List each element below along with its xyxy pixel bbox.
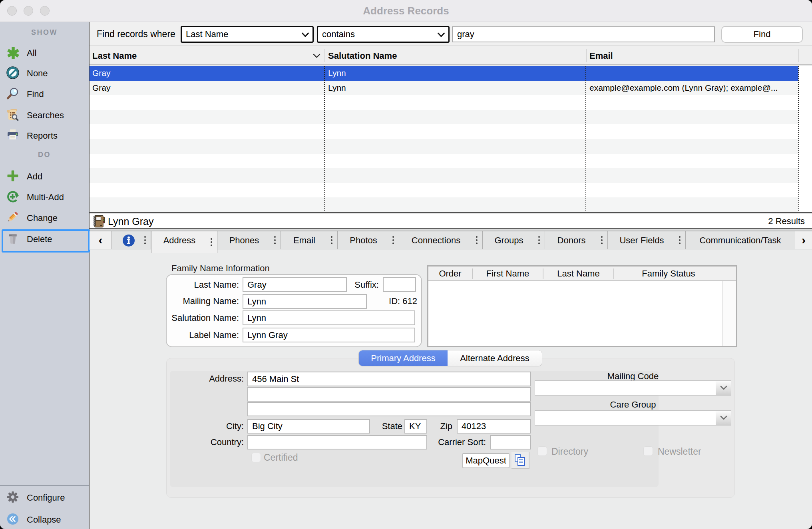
tab-user-fields[interactable]: User Fields — [608, 231, 686, 250]
record-id: ID: 612 — [389, 296, 417, 307]
tab-options-dots-icon — [331, 235, 332, 246]
mailing-name-label: Mailing Name: — [183, 296, 239, 307]
address-book-icon — [92, 215, 105, 228]
sidebar-item-multi-add[interactable]: Multi-Add — [0, 189, 89, 206]
sidebar-item-label: All — [27, 48, 36, 58]
suffix-field[interactable] — [383, 277, 416, 292]
sidebar-item-searches[interactable]: Searches — [0, 107, 89, 124]
sidebar-item-add[interactable]: Add — [0, 168, 89, 185]
operator-select-value: contains — [322, 27, 355, 42]
primary-address-tab[interactable]: Primary Address — [359, 350, 448, 366]
zip-field[interactable] — [457, 419, 531, 434]
column-header-salutation[interactable]: Salutation Name — [328, 46, 397, 65]
sidebar-item-configure[interactable]: Configure — [0, 489, 89, 507]
tab-phones[interactable]: Phones — [217, 231, 281, 250]
sidebar-item-reports[interactable]: Reports — [0, 127, 89, 145]
find-records-where-label: Find records where — [97, 22, 175, 46]
tab-address[interactable]: Address — [151, 231, 217, 253]
title-bar: Address Records — [0, 0, 812, 22]
tab-label: Phones — [217, 231, 271, 250]
search-query-input[interactable] — [452, 26, 715, 42]
results-table-header: Last Name Salutation Name Email — [90, 46, 812, 65]
members-column-family-status[interactable]: Family Status — [614, 266, 723, 281]
column-header-last-name[interactable]: Last Name — [92, 46, 137, 65]
sidebar-item-all[interactable]: All — [0, 44, 89, 62]
copy-icon — [513, 453, 527, 467]
alternate-address-tab[interactable]: Alternate Address — [448, 350, 542, 366]
salutation-name-field[interactable] — [243, 310, 415, 325]
column-header-email[interactable]: Email — [589, 46, 613, 65]
sidebar-item-label: Searches — [27, 110, 64, 121]
tab-info[interactable] — [112, 231, 151, 250]
table-row-selected[interactable]: Gray Lynn — [90, 66, 798, 81]
last-name-field[interactable] — [243, 277, 347, 292]
table-row-empty — [90, 154, 798, 169]
cell-email — [589, 66, 797, 81]
mailing-code-dropdown[interactable] — [535, 380, 731, 396]
cell-email: example@example.com (Lynn Gray); example… — [589, 81, 797, 95]
directory-checkbox[interactable] — [537, 446, 547, 456]
sort-chevron-icon[interactable] — [313, 53, 320, 60]
sidebar-item-change[interactable]: Change — [0, 209, 89, 227]
sidebar-item-label: Multi-Add — [27, 192, 64, 203]
tab-groups[interactable]: Groups — [483, 231, 545, 250]
asterisk-icon — [6, 46, 20, 60]
sidebar-item-label: Find — [27, 89, 44, 99]
table-row-empty — [90, 168, 798, 183]
address-line3-field[interactable] — [247, 402, 531, 416]
carrier-sort-field[interactable] — [490, 435, 531, 449]
tab-label: Address — [151, 231, 207, 250]
members-column-last-name[interactable]: Last Name — [543, 266, 613, 281]
chevron-down-icon — [301, 32, 309, 39]
state-field[interactable] — [404, 419, 427, 434]
find-button[interactable]: Find — [721, 26, 803, 43]
table-row[interactable]: Gray Lynn example@example.com (Lynn Gray… — [90, 81, 798, 95]
sidebar-item-none[interactable]: None — [0, 65, 89, 82]
city-field[interactable] — [247, 419, 370, 434]
tab-communication-task[interactable]: Communication/Task — [686, 231, 795, 250]
tab-scroll-left-button[interactable]: ‹ — [90, 231, 112, 250]
cell-last-name: Gray — [92, 81, 322, 95]
cell-salutation: Lynn — [328, 81, 584, 95]
newsletter-label: Newsletter — [658, 446, 701, 457]
newsletter-checkbox[interactable] — [643, 446, 653, 456]
address-line1-field[interactable] — [247, 372, 531, 386]
tab-email[interactable]: Email — [281, 231, 338, 250]
tab-options-dots-icon — [392, 235, 394, 246]
address-line2-field[interactable] — [247, 387, 531, 402]
column-separator[interactable] — [324, 49, 325, 62]
tab-connections[interactable]: Connections — [399, 231, 483, 250]
members-column-first-name[interactable]: First Name — [473, 266, 543, 281]
field-select[interactable]: Last Name — [181, 26, 314, 43]
mailing-name-field[interactable] — [243, 294, 367, 309]
tab-donors[interactable]: Donors — [545, 231, 608, 250]
mapquest-button[interactable]: MapQuest — [462, 453, 509, 468]
tab-label: Donors — [545, 231, 598, 250]
country-label: Country: — [211, 437, 244, 448]
tab-strip: ‹ Address Phones Email — [90, 231, 812, 250]
delete-focus-ring — [2, 229, 90, 253]
tab-photos[interactable]: Photos — [338, 231, 399, 250]
chevron-down-icon — [437, 32, 445, 39]
tab-options-dots-icon — [144, 235, 146, 246]
column-separator[interactable] — [798, 49, 799, 62]
certified-checkbox[interactable] — [251, 453, 261, 462]
operator-select[interactable]: contains — [317, 26, 450, 43]
sidebar-item-collapse[interactable]: Collapse — [0, 511, 89, 529]
window-title: Address Records — [0, 0, 812, 22]
column-separator[interactable] — [586, 49, 587, 62]
country-field[interactable] — [247, 435, 427, 449]
sidebar-item-find[interactable]: Find — [0, 86, 89, 103]
members-scrollbar-track[interactable] — [722, 281, 736, 346]
members-column-order[interactable]: Order — [428, 266, 472, 281]
no-entry-icon — [6, 66, 20, 81]
tab-scroll-right-button[interactable]: › — [795, 231, 812, 250]
label-name-field[interactable] — [243, 328, 415, 342]
carrier-sort-label: Carrier Sort: — [438, 437, 486, 448]
app-window: Address Records SHOW All — [0, 0, 812, 529]
care-group-dropdown[interactable] — [535, 410, 731, 426]
tab-options-dots-icon — [476, 235, 478, 246]
copy-address-button[interactable] — [511, 452, 529, 469]
sidebar-section-do: DO — [0, 151, 89, 159]
circular-plus-icon — [6, 190, 20, 205]
